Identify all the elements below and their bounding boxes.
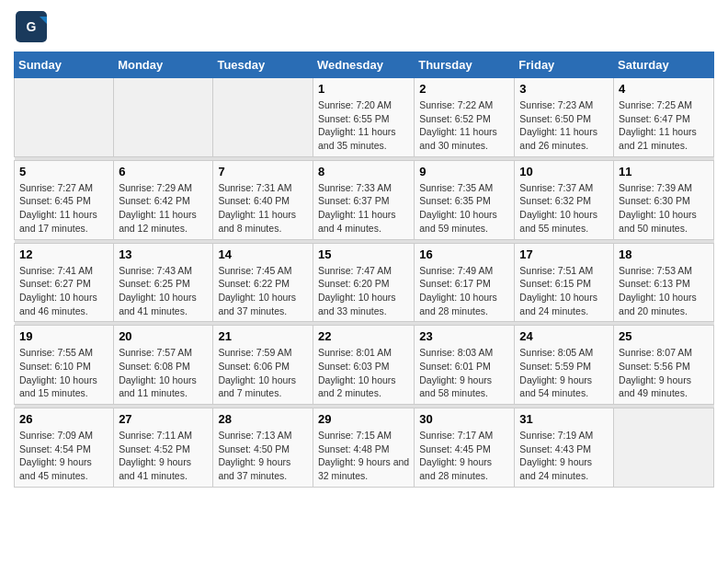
calendar-cell: 24Sunrise: 8:05 AMSunset: 5:59 PMDayligh… (515, 326, 614, 405)
day-info: Sunrise: 7:59 AMSunset: 6:06 PMDaylight:… (218, 346, 308, 400)
logo-icon: G (14, 9, 49, 44)
day-number: 8 (318, 165, 409, 178)
calendar-cell: 9Sunrise: 7:35 AMSunset: 6:35 PMDaylight… (415, 160, 515, 239)
calendar-cell: 7Sunrise: 7:31 AMSunset: 6:40 PMDaylight… (213, 160, 313, 239)
logo: G (14, 9, 52, 44)
weekday-header-row: SundayMondayTuesdayWednesdayThursdayFrid… (15, 52, 714, 78)
day-info: Sunrise: 7:47 AMSunset: 6:20 PMDaylight:… (318, 264, 409, 318)
day-info: Sunrise: 7:53 AMSunset: 6:13 PMDaylight:… (619, 264, 709, 318)
day-info: Sunrise: 8:01 AMSunset: 6:03 PMDaylight:… (318, 346, 409, 400)
calendar-cell: 17Sunrise: 7:51 AMSunset: 6:15 PMDayligh… (515, 243, 614, 322)
calendar-cell: 14Sunrise: 7:45 AMSunset: 6:22 PMDayligh… (213, 243, 313, 322)
calendar-cell: 1Sunrise: 7:20 AMSunset: 6:55 PMDaylight… (313, 78, 414, 157)
day-info: Sunrise: 7:39 AMSunset: 6:30 PMDaylight:… (619, 181, 709, 236)
day-number: 20 (119, 329, 208, 343)
day-number: 12 (19, 247, 108, 261)
day-number: 29 (318, 412, 409, 426)
day-number: 15 (318, 247, 409, 261)
day-info: Sunrise: 7:37 AMSunset: 6:32 PMDaylight:… (519, 181, 609, 236)
weekday-header: Saturday (614, 52, 714, 78)
calendar-cell: 8Sunrise: 7:33 AMSunset: 6:37 PMDaylight… (313, 160, 414, 239)
day-number: 3 (519, 82, 609, 96)
calendar-cell: 15Sunrise: 7:47 AMSunset: 6:20 PMDayligh… (313, 243, 414, 322)
calendar-cell: 11Sunrise: 7:39 AMSunset: 6:30 PMDayligh… (614, 160, 714, 239)
calendar-cell: 22Sunrise: 8:01 AMSunset: 6:03 PMDayligh… (313, 326, 414, 405)
day-info: Sunrise: 8:03 AMSunset: 6:01 PMDaylight:… (419, 346, 509, 400)
calendar-week-row: 5Sunrise: 7:27 AMSunset: 6:45 PMDaylight… (15, 160, 714, 239)
day-number: 30 (419, 412, 509, 426)
calendar-cell: 3Sunrise: 7:23 AMSunset: 6:50 PMDaylight… (515, 78, 614, 157)
calendar-week-row: 1Sunrise: 7:20 AMSunset: 6:55 PMDaylight… (15, 78, 714, 157)
day-number: 21 (218, 329, 308, 343)
calendar-cell: 30Sunrise: 7:17 AMSunset: 4:45 PMDayligh… (415, 408, 515, 488)
day-info: Sunrise: 7:57 AMSunset: 6:08 PMDaylight:… (119, 346, 208, 400)
day-info: Sunrise: 7:33 AMSunset: 6:37 PMDaylight:… (318, 181, 409, 236)
calendar-cell: 13Sunrise: 7:43 AMSunset: 6:25 PMDayligh… (114, 243, 213, 322)
calendar-cell: 27Sunrise: 7:11 AMSunset: 4:52 PMDayligh… (114, 408, 213, 488)
weekday-header: Wednesday (313, 52, 414, 78)
calendar-cell (213, 78, 313, 157)
day-number: 10 (519, 165, 609, 178)
calendar-cell: 29Sunrise: 7:15 AMSunset: 4:48 PMDayligh… (313, 408, 414, 488)
day-number: 23 (419, 329, 509, 343)
calendar-cell: 18Sunrise: 7:53 AMSunset: 6:13 PMDayligh… (614, 243, 714, 322)
calendar-cell: 25Sunrise: 8:07 AMSunset: 5:56 PMDayligh… (614, 326, 714, 405)
calendar-cell: 26Sunrise: 7:09 AMSunset: 4:54 PMDayligh… (15, 408, 114, 488)
day-number: 26 (19, 412, 108, 426)
day-info: Sunrise: 7:11 AMSunset: 4:52 PMDaylight:… (119, 429, 208, 483)
day-info: Sunrise: 7:22 AMSunset: 6:52 PMDaylight:… (419, 98, 509, 153)
weekday-header: Tuesday (213, 52, 313, 78)
day-info: Sunrise: 8:07 AMSunset: 5:56 PMDaylight:… (619, 346, 709, 400)
day-info: Sunrise: 7:15 AMSunset: 4:48 PMDaylight:… (318, 429, 409, 483)
day-number: 9 (419, 165, 509, 178)
day-info: Sunrise: 7:19 AMSunset: 4:43 PMDaylight:… (519, 429, 609, 483)
calendar-cell: 10Sunrise: 7:37 AMSunset: 6:32 PMDayligh… (515, 160, 614, 239)
day-number: 16 (419, 247, 509, 261)
day-number: 14 (218, 247, 308, 261)
day-number: 4 (619, 82, 709, 96)
day-number: 17 (519, 247, 609, 261)
weekday-header: Sunday (15, 52, 114, 78)
page-container: G SundayMondayTuesdayWednesdayThursdayFr… (0, 0, 728, 497)
day-number: 5 (19, 165, 108, 178)
calendar-cell: 23Sunrise: 8:03 AMSunset: 6:01 PMDayligh… (415, 326, 515, 405)
calendar-cell: 12Sunrise: 7:41 AMSunset: 6:27 PMDayligh… (15, 243, 114, 322)
day-info: Sunrise: 7:51 AMSunset: 6:15 PMDaylight:… (519, 264, 609, 318)
calendar-cell: 4Sunrise: 7:25 AMSunset: 6:47 PMDaylight… (614, 78, 714, 157)
day-info: Sunrise: 7:17 AMSunset: 4:45 PMDaylight:… (419, 429, 509, 483)
day-info: Sunrise: 7:31 AMSunset: 6:40 PMDaylight:… (218, 181, 308, 236)
day-number: 18 (619, 247, 709, 261)
day-number: 31 (519, 412, 609, 426)
day-number: 28 (218, 412, 308, 426)
day-info: Sunrise: 7:45 AMSunset: 6:22 PMDaylight:… (218, 264, 308, 318)
calendar-week-row: 12Sunrise: 7:41 AMSunset: 6:27 PMDayligh… (15, 243, 714, 322)
svg-text:G: G (27, 19, 37, 34)
day-number: 7 (218, 165, 308, 178)
day-info: Sunrise: 7:25 AMSunset: 6:47 PMDaylight:… (619, 98, 709, 153)
day-info: Sunrise: 7:23 AMSunset: 6:50 PMDaylight:… (519, 98, 609, 153)
calendar-cell: 28Sunrise: 7:13 AMSunset: 4:50 PMDayligh… (213, 408, 313, 488)
day-info: Sunrise: 7:49 AMSunset: 6:17 PMDaylight:… (419, 264, 509, 318)
calendar-cell (15, 78, 114, 157)
calendar-cell: 2Sunrise: 7:22 AMSunset: 6:52 PMDaylight… (415, 78, 515, 157)
weekday-header: Monday (114, 52, 213, 78)
day-number: 11 (619, 165, 709, 178)
day-number: 6 (119, 165, 208, 178)
calendar-table: SundayMondayTuesdayWednesdayThursdayFrid… (14, 52, 714, 488)
calendar-cell: 6Sunrise: 7:29 AMSunset: 6:42 PMDaylight… (114, 160, 213, 239)
day-number: 24 (519, 329, 609, 343)
day-number: 1 (318, 82, 409, 96)
calendar-cell: 20Sunrise: 7:57 AMSunset: 6:08 PMDayligh… (114, 326, 213, 405)
page-header: G (14, 9, 714, 44)
day-info: Sunrise: 7:35 AMSunset: 6:35 PMDaylight:… (419, 181, 509, 236)
calendar-week-row: 26Sunrise: 7:09 AMSunset: 4:54 PMDayligh… (15, 408, 714, 488)
day-info: Sunrise: 7:41 AMSunset: 6:27 PMDaylight:… (19, 264, 108, 318)
day-number: 13 (119, 247, 208, 261)
weekday-header: Thursday (415, 52, 515, 78)
day-info: Sunrise: 7:27 AMSunset: 6:45 PMDaylight:… (19, 181, 108, 236)
calendar-cell: 16Sunrise: 7:49 AMSunset: 6:17 PMDayligh… (415, 243, 515, 322)
calendar-week-row: 19Sunrise: 7:55 AMSunset: 6:10 PMDayligh… (15, 326, 714, 405)
day-info: Sunrise: 7:55 AMSunset: 6:10 PMDaylight:… (19, 346, 108, 400)
day-number: 22 (318, 329, 409, 343)
day-info: Sunrise: 7:20 AMSunset: 6:55 PMDaylight:… (318, 98, 409, 153)
